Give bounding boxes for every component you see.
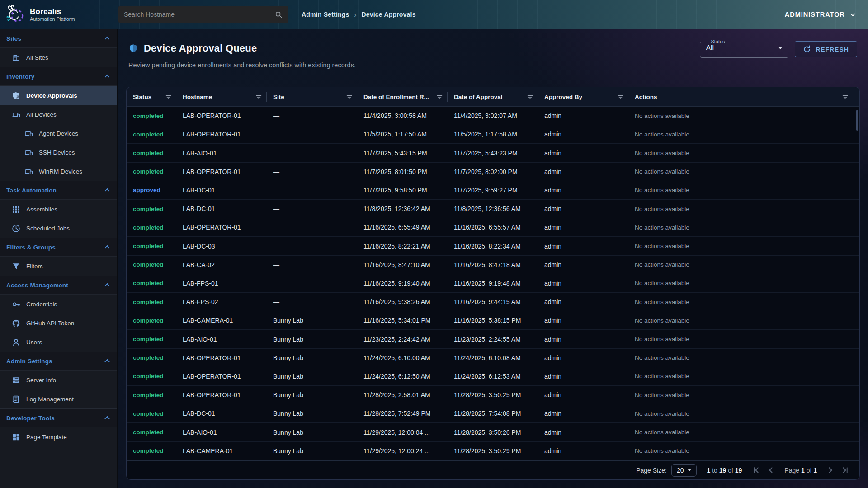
hostname-cell: LAB-DC-01 xyxy=(176,410,267,417)
enrollment-date-cell: 11/7/2025, 8:01:50 PM xyxy=(357,168,448,175)
sidebar-item-server-info[interactable]: Server Info xyxy=(0,371,117,389)
devices-icon xyxy=(24,167,33,176)
actions-cell: No actions available xyxy=(628,392,859,399)
site-cell: Bunny Lab xyxy=(267,354,357,361)
approval-date-cell: 11/4/2025, 3:02:07 AM xyxy=(448,112,538,119)
sidebar-item-all-sites[interactable]: All Sites xyxy=(0,48,117,67)
sidebar: Sites All Sites Inventory Device Approva… xyxy=(0,29,118,488)
brand-subtitle: Automation Platform xyxy=(30,16,75,22)
sidebar-item-filters[interactable]: Filters xyxy=(0,257,117,276)
column-header-status[interactable]: Status xyxy=(127,87,176,106)
user-menu[interactable]: ADMINISTRATOR xyxy=(785,0,856,29)
status-badge: completed xyxy=(127,392,176,399)
sidebar-section-inventory[interactable]: Inventory xyxy=(0,67,117,86)
actions-cell: No actions available xyxy=(628,131,859,138)
sidebar-section-label: Sites xyxy=(6,35,21,42)
hostname-cell: LAB-OPERATOR-01 xyxy=(176,224,267,231)
page-header: Device Approval Queue Review pending dev… xyxy=(118,29,868,87)
site-cell: — xyxy=(267,261,357,268)
approval-date-cell: 11/28/2025, 3:50:25 PM xyxy=(448,391,538,399)
column-header-date-of-approval[interactable]: Date of Approval xyxy=(448,87,538,106)
breadcrumb: Admin Settings › Device Approvals xyxy=(302,0,416,29)
column-header-actions[interactable]: Actions xyxy=(628,87,859,106)
sidebar-item-credentials[interactable]: Credentials xyxy=(0,295,117,314)
sidebar-item-label: GitHub API Token xyxy=(26,320,74,327)
status-filter-select[interactable]: Status All xyxy=(700,39,788,58)
hostname-cell: LAB-FPS-02 xyxy=(176,298,267,305)
breadcrumb-device-approvals[interactable]: Device Approvals xyxy=(361,11,415,18)
approved-by-cell: admin xyxy=(538,168,628,175)
sidebar-item-all-devices[interactable]: All Devices xyxy=(0,105,117,124)
filter-icon[interactable] xyxy=(527,94,533,100)
actions-cell: No actions available xyxy=(628,113,859,119)
sidebar-section-access-management[interactable]: Access Management xyxy=(0,276,117,295)
chevron-down-icon xyxy=(849,11,856,18)
enrollment-date-cell: 11/16/2025, 5:34:01 PM xyxy=(357,317,448,324)
site-cell: — xyxy=(267,150,357,157)
sidebar-section-task-automation[interactable]: Task Automation xyxy=(0,181,117,200)
table-row: completed LAB-AIO-01 Bunny Lab 11/29/202… xyxy=(127,423,859,441)
sidebar-section-admin-settings[interactable]: Admin Settings xyxy=(0,352,117,371)
search-input[interactable] xyxy=(124,11,275,18)
sidebar-section-developer-tools[interactable]: Developer Tools xyxy=(0,408,117,427)
hostname-search[interactable] xyxy=(118,6,288,23)
log-icon xyxy=(12,395,20,404)
previous-page-icon[interactable] xyxy=(767,466,775,474)
breadcrumb-admin-settings[interactable]: Admin Settings xyxy=(302,11,349,18)
status-badge: completed xyxy=(127,243,176,249)
sidebar-item-page-template[interactable]: Page Template xyxy=(0,427,117,446)
approval-date-cell: 11/16/2025, 6:55:57 AM xyxy=(448,224,538,231)
page-size-label: Page Size: xyxy=(636,467,667,474)
sidebar-item-github-api-token[interactable]: GitHub API Token xyxy=(0,314,117,333)
filter-icon[interactable] xyxy=(436,94,443,100)
sidebar-item-winrm-devices[interactable]: WinRM Devices xyxy=(0,162,117,181)
approved-by-cell: admin xyxy=(538,187,628,194)
approval-table-card: StatusHostnameSiteDate of Enrollment R..… xyxy=(126,87,860,480)
filter-icon[interactable] xyxy=(165,94,172,100)
sidebar-item-users[interactable]: Users xyxy=(0,333,117,352)
column-header-date-of-enrollment-r[interactable]: Date of Enrollment R... xyxy=(357,87,448,106)
sidebar-item-assemblies[interactable]: Assemblies xyxy=(0,200,117,219)
column-header-approved-by[interactable]: Approved By xyxy=(538,87,628,106)
filter-icon[interactable] xyxy=(617,94,624,100)
filter-icon[interactable] xyxy=(346,94,353,100)
sidebar-item-log-management[interactable]: Log Management xyxy=(0,389,117,408)
sidebar-item-agent-devices[interactable]: Agent Devices xyxy=(0,124,117,143)
page-size-select[interactable]: 20 xyxy=(671,464,697,477)
table-scrollbar-thumb[interactable] xyxy=(856,110,858,131)
sidebar-item-label: Credentials xyxy=(26,301,57,308)
sidebar-section-sites[interactable]: Sites xyxy=(0,29,117,48)
approved-by-cell: admin xyxy=(538,391,628,399)
filter-icon[interactable] xyxy=(842,94,849,100)
approved-by-cell: admin xyxy=(538,224,628,231)
first-page-icon[interactable] xyxy=(752,466,760,474)
site-cell: — xyxy=(267,131,357,138)
approval-date-cell: 11/5/2025, 1:17:58 AM xyxy=(448,131,538,138)
filter-icon[interactable] xyxy=(255,94,262,100)
site-cell: — xyxy=(267,187,357,194)
column-header-hostname[interactable]: Hostname xyxy=(176,87,267,106)
sidebar-item-ssh-devices[interactable]: SSH Devices xyxy=(0,143,117,162)
actions-cell: No actions available xyxy=(628,243,859,249)
caret-down-icon xyxy=(688,469,691,471)
sidebar-item-device-approvals[interactable]: Device Approvals xyxy=(0,86,117,105)
sidebar-section-filters-groups[interactable]: Filters & Groups xyxy=(0,238,117,257)
approved-by-cell: admin xyxy=(538,150,628,157)
next-page-icon[interactable] xyxy=(826,466,835,474)
last-page-icon[interactable] xyxy=(841,466,849,474)
approved-by-cell: admin xyxy=(538,261,628,268)
approved-by-cell: admin xyxy=(538,243,628,250)
refresh-button[interactable]: REFRESH xyxy=(795,41,857,57)
search-icon[interactable] xyxy=(275,11,283,19)
actions-cell: No actions available xyxy=(628,168,859,175)
site-cell: Bunny Lab xyxy=(267,336,357,343)
approval-date-cell: 11/7/2025, 5:43:23 PM xyxy=(448,150,538,157)
chevron-up-icon xyxy=(104,75,109,80)
actions-cell: No actions available xyxy=(628,187,859,193)
column-header-site[interactable]: Site xyxy=(267,87,357,106)
breadcrumb-separator-icon: › xyxy=(354,11,356,19)
hostname-cell: LAB-DC-01 xyxy=(176,205,267,212)
sidebar-item-scheduled-jobs[interactable]: Scheduled Jobs xyxy=(0,219,117,238)
devices-icon xyxy=(24,129,33,138)
table-row: completed LAB-DC-01 — 11/8/2025, 12:36:4… xyxy=(127,200,859,218)
